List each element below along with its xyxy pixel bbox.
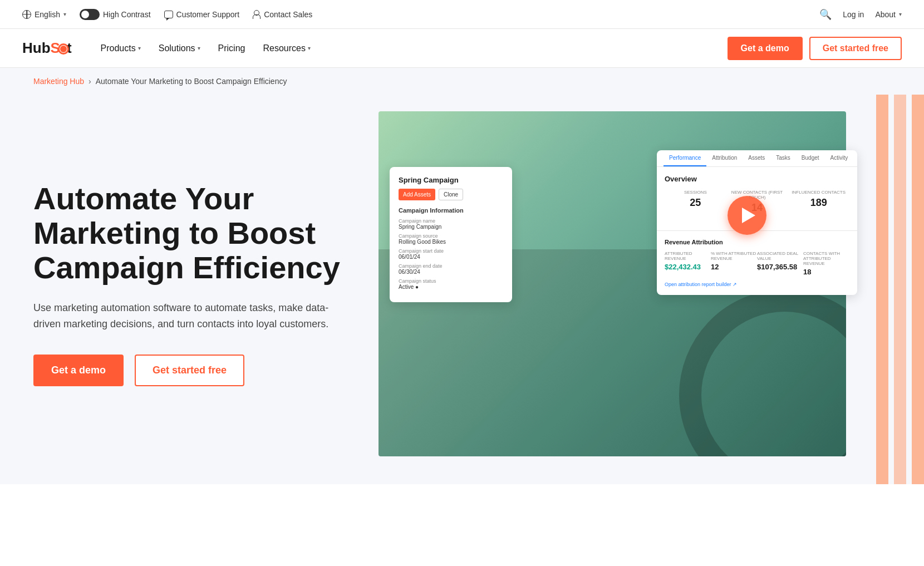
language-label: English	[35, 10, 60, 19]
nav-links: Products ▾ Solutions ▾ Pricing Resources…	[94, 39, 728, 58]
stat-sessions-label: SESSIONS	[665, 190, 726, 195]
card-field-4: Campaign status Active ●	[399, 278, 503, 290]
top-bar-right: 🔍 Log in About ▾	[819, 8, 902, 21]
revenue-title: Revenue Attribution	[665, 239, 849, 245]
revenue-stat-contacts: CONTACTS WITH ATTRIBUTED REVENUE 18	[803, 251, 849, 276]
products-chevron: ▾	[138, 45, 141, 51]
revenue-deal-value: $107,365.58	[757, 263, 803, 271]
campaign-card-title: Spring Campaign	[399, 176, 503, 184]
get-started-button[interactable]: Get started free	[809, 37, 902, 60]
get-demo-button[interactable]: Get a demo	[728, 37, 803, 60]
hero-image: Spring Campaign Add Assets Clone Campaig…	[379, 145, 891, 423]
tab-performance[interactable]: Performance	[663, 150, 706, 166]
campaign-card: Spring Campaign Add Assets Clone Campaig…	[390, 167, 512, 302]
solutions-label: Solutions	[159, 43, 195, 53]
language-chevron: ▾	[63, 11, 66, 17]
nav-buttons: Get a demo Get started free	[728, 37, 902, 60]
language-selector[interactable]: English ▾	[22, 10, 66, 19]
breadcrumb-separator: ›	[89, 77, 91, 86]
card-field-label-1: Campaign source	[399, 233, 503, 239]
revenue-stat-attributed: ATTRIBUTED REVENUE $22,432.43	[665, 251, 711, 276]
high-contrast-toggle[interactable]: High Contrast	[80, 9, 151, 20]
stat-influenced: INFLUENCED CONTACTS 189	[788, 190, 849, 214]
stat-influenced-label: INFLUENCED CONTACTS	[788, 190, 849, 195]
hero-demo-button[interactable]: Get a demo	[33, 355, 124, 386]
resources-label: Resources	[263, 43, 305, 53]
contact-sales-link[interactable]: Contact Sales	[253, 10, 312, 19]
breadcrumb-current: Automate Your Marketing to Boost Campaig…	[96, 77, 287, 86]
stripe-2	[894, 95, 906, 484]
add-assets-button[interactable]: Add Assets	[399, 189, 435, 200]
clone-button[interactable]: Clone	[439, 189, 463, 200]
revenue-attributed-label: ATTRIBUTED REVENUE	[665, 251, 711, 261]
login-label: Log in	[843, 10, 864, 19]
card-section-title: Campaign Information	[399, 207, 503, 214]
solutions-chevron: ▾	[198, 45, 200, 51]
stat-influenced-value: 189	[788, 197, 849, 209]
card-field-label-4: Campaign status	[399, 278, 503, 284]
breadcrumb-parent-link[interactable]: Marketing Hub	[33, 77, 84, 86]
about-link[interactable]: About ▾	[875, 10, 902, 19]
search-icon[interactable]: 🔍	[819, 8, 832, 21]
resources-nav-item[interactable]: Resources ▾	[256, 39, 317, 58]
card-field-value-3: 06/30/24	[399, 269, 503, 275]
attribution-report-link[interactable]: Open attribution report builder ↗	[665, 282, 849, 287]
contact-sales-label: Contact Sales	[264, 10, 312, 19]
logo-text: HubS t	[22, 40, 72, 57]
revenue-pct-label: % WITH ATTRIBUTED REVENUE	[711, 251, 757, 261]
pricing-nav-item[interactable]: Pricing	[212, 39, 252, 58]
hubspot-logo[interactable]: HubS t	[22, 40, 72, 57]
revenue-stats: ATTRIBUTED REVENUE $22,432.43 % WITH ATT…	[665, 251, 849, 276]
high-contrast-label: High Contrast	[103, 10, 151, 19]
top-bar: English ▾ High Contrast Customer Support…	[0, 0, 924, 29]
resources-chevron: ▾	[308, 45, 311, 51]
revenue-contacts-value: 18	[803, 268, 849, 276]
main-nav: HubS t Products ▾ Solutions ▾ Pricing Re…	[0, 29, 924, 68]
hero-free-button[interactable]: Get started free	[135, 355, 244, 386]
card-field-label-0: Campaign name	[399, 218, 503, 224]
hero-content: Automate Your Marketing to Boost Campaig…	[33, 181, 379, 386]
revenue-section: Revenue Attribution ATTRIBUTED REVENUE $…	[657, 230, 857, 295]
tab-budget[interactable]: Budget	[796, 150, 825, 166]
revenue-deal-label: ASSOCIATED DEAL VALUE	[757, 251, 803, 261]
breadcrumb: Marketing Hub › Automate Your Marketing …	[0, 68, 924, 95]
revenue-attributed-value: $22,432.43	[665, 263, 711, 271]
revenue-stat-pct: % WITH ATTRIBUTED REVENUE 12	[711, 251, 757, 276]
customer-support-link[interactable]: Customer Support	[164, 10, 240, 19]
login-link[interactable]: Log in	[843, 10, 864, 19]
revenue-pct-value: 12	[711, 263, 757, 271]
pricing-label: Pricing	[218, 43, 245, 53]
globe-icon	[22, 10, 31, 19]
revenue-stat-deal: ASSOCIATED DEAL VALUE $107,365.58	[757, 251, 803, 276]
toggle-switch[interactable]	[80, 9, 100, 20]
revenue-contacts-label: CONTACTS WITH ATTRIBUTED REVENUE	[803, 251, 849, 266]
solutions-nav-item[interactable]: Solutions ▾	[152, 39, 207, 58]
person-icon	[253, 10, 261, 19]
card-field-label-3: Campaign end date	[399, 263, 503, 269]
card-field-2: Campaign start date 06/01/24	[399, 248, 503, 260]
about-chevron: ▾	[899, 11, 902, 17]
chat-icon	[164, 11, 173, 18]
hero-title: Automate Your Marketing to Boost Campaig…	[33, 181, 379, 284]
stat-sessions-value: 25	[665, 197, 726, 209]
play-circle[interactable]	[728, 196, 766, 235]
tab-activity[interactable]: Activity	[825, 150, 854, 166]
card-field-value-2: 06/01/24	[399, 254, 503, 260]
tab-attribution[interactable]: Attribution	[706, 150, 743, 166]
play-button-overlay[interactable]	[728, 196, 766, 235]
overview-title: Overview	[665, 175, 849, 183]
stats-tabs: Performance Attribution Assets Tasks Bud…	[657, 150, 857, 167]
card-field-0: Campaign name Spring Campaign	[399, 218, 503, 230]
hero-subtitle: Use marketing automation software to aut…	[33, 300, 334, 332]
card-field-value-0: Spring Campaign	[399, 224, 503, 230]
card-field-3: Campaign end date 06/30/24	[399, 263, 503, 275]
customer-support-label: Customer Support	[176, 10, 240, 19]
card-field-1: Campaign source Rolling Good Bikes	[399, 233, 503, 245]
tab-tasks[interactable]: Tasks	[770, 150, 796, 166]
about-label: About	[875, 10, 896, 19]
campaign-card-buttons: Add Assets Clone	[399, 189, 503, 200]
products-nav-item[interactable]: Products ▾	[94, 39, 148, 58]
products-label: Products	[101, 43, 136, 53]
play-triangle	[742, 208, 755, 223]
tab-assets[interactable]: Assets	[743, 150, 770, 166]
